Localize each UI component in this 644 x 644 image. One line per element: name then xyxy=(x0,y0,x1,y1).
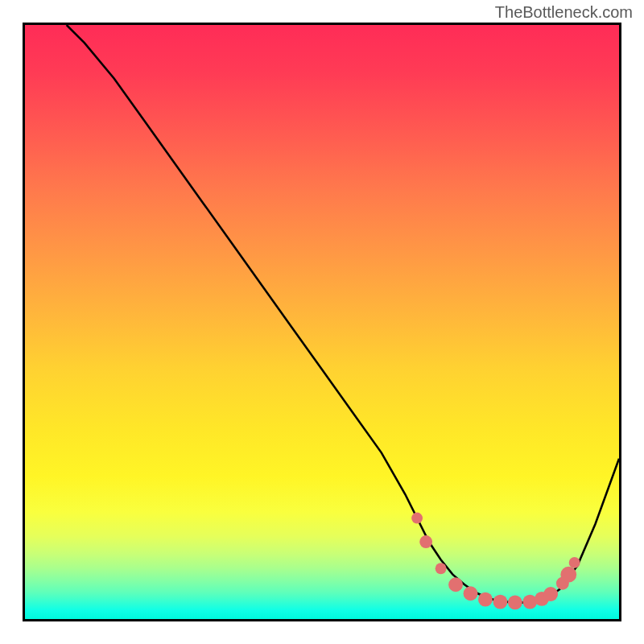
highlight-dot xyxy=(464,586,478,601)
watermark-text: TheBottleneck.com xyxy=(495,3,633,22)
highlight-dot xyxy=(493,595,507,609)
highlight-dot xyxy=(569,557,580,568)
highlight-dot xyxy=(436,563,447,574)
highlight-dot xyxy=(560,567,576,583)
bottleneck-curve-line xyxy=(67,25,619,602)
highlight-dot xyxy=(411,513,423,524)
highlight-dots-group xyxy=(411,513,580,610)
curve-group xyxy=(67,25,619,602)
highlight-dot xyxy=(419,535,432,548)
highlight-dot xyxy=(448,577,463,592)
highlight-dot xyxy=(543,587,558,601)
chart-svg xyxy=(25,25,619,619)
highlight-dot xyxy=(478,592,493,607)
highlight-dot xyxy=(508,595,522,609)
chart-plot-area xyxy=(23,23,621,621)
